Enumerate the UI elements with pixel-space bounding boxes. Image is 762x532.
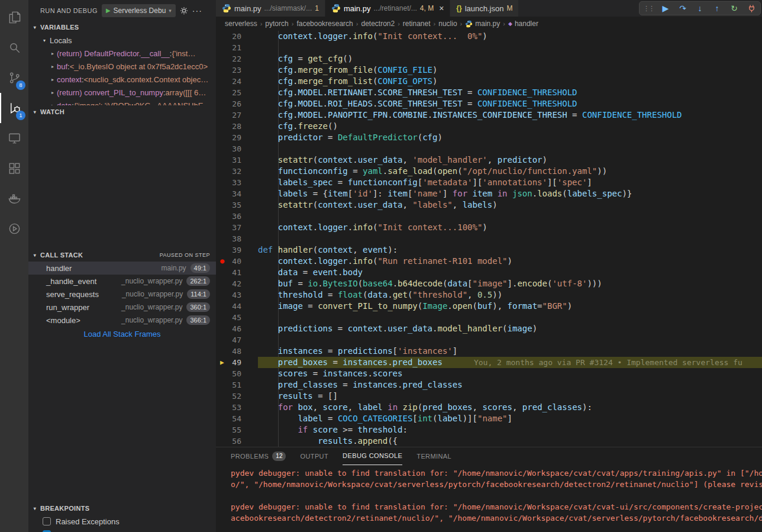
code-text[interactable]: image = convert_PIL_to_numpy(Image.open(… [258, 301, 762, 312]
gutter[interactable]: 54 [216, 413, 258, 424]
gutter[interactable]: 28 [216, 121, 258, 132]
watch-section-header[interactable]: ▾ WATCH [28, 105, 216, 118]
extensions-icon[interactable] [0, 153, 28, 183]
code-line-22[interactable]: 22 cfg = get_cfg() [216, 53, 762, 65]
call-stack-frame[interactable]: <module>_nuclio_wrapper.py366:1 [28, 314, 216, 327]
code-text[interactable]: results = [] [258, 391, 762, 402]
call-stack-section-header[interactable]: ▾ CALL STACK PAUSED ON STEP [28, 249, 216, 262]
gutter[interactable]: 25 [216, 87, 258, 98]
code-text[interactable] [258, 312, 762, 323]
code-line-28[interactable]: 28 cfg.freeze() [216, 121, 762, 132]
code-text[interactable] [258, 233, 762, 244]
code-text[interactable]: label = COCO_CATEGORIES[int(label)]["nam… [258, 413, 762, 424]
code-line-24[interactable]: 24 cfg.merge_from_list(CONFIG_OPTS) [216, 76, 762, 87]
code-text[interactable]: for box, score, label in zip(pred_boxes,… [258, 402, 762, 413]
breakpoint-row[interactable]: ✓Uncaught Exceptions [28, 528, 216, 532]
code-line-39[interactable]: 39def handler(context, event): [216, 244, 762, 256]
code-line-37[interactable]: 37 context.logger.info("Init context...1… [216, 222, 762, 233]
gutter[interactable]: ●40 [216, 256, 258, 267]
code-line-21[interactable]: 21 [216, 42, 762, 53]
gutter[interactable]: 26 [216, 98, 258, 109]
breakpoint-icon[interactable]: ● [220, 256, 224, 267]
code-line-31[interactable]: 31 setattr(context.user_data, 'model_han… [216, 154, 762, 166]
gutter[interactable]: 33 [216, 177, 258, 188]
gutter[interactable]: 23 [216, 65, 258, 76]
breadcrumb-item-retinanet[interactable]: retinanet [403, 20, 431, 28]
gutter[interactable]: 55 [216, 424, 258, 436]
gutter[interactable]: 20 [216, 31, 258, 42]
variable-row[interactable]: ▸buf: <_io.BytesIO object at 0x7f5a2dc1e… [28, 60, 216, 73]
code-text[interactable]: instances = predictions['instances'] [258, 346, 762, 357]
step-out-button[interactable]: ↑ [712, 4, 722, 13]
gutter[interactable]: 22 [216, 53, 258, 65]
code-text[interactable]: labels = {item['id']: item['name'] for i… [258, 188, 762, 199]
continue-button[interactable]: ▶ [660, 4, 671, 13]
gutter[interactable]: 47 [216, 334, 258, 346]
gutter[interactable]: 39 [216, 244, 258, 256]
variable-row[interactable]: ▸(return) DefaultPredictor.__call__: {'i… [28, 47, 216, 60]
gutter[interactable]: 34 [216, 188, 258, 199]
panel-tab-problems[interactable]: PROBLEMS12 [231, 447, 286, 465]
code-line-38[interactable]: 38 [216, 233, 762, 244]
code-line-35[interactable]: 35 setattr(context.user_data, "labels", … [216, 199, 762, 211]
gutter[interactable]: 48 [216, 346, 258, 357]
code-line-53[interactable]: 53 for box, score, label in zip(pred_box… [216, 402, 762, 413]
code-editor[interactable]: 20 context.logger.info("Init context... … [216, 31, 762, 447]
code-line-44[interactable]: 44 image = convert_PIL_to_numpy(Image.op… [216, 301, 762, 312]
code-line-52[interactable]: 52 results = [] [216, 391, 762, 402]
code-line-54[interactable]: 54 label = COCO_CATEGORIES[int(label)]["… [216, 413, 762, 424]
variable-row[interactable]: ▸context: <nuclio_sdk.context.Context ob… [28, 73, 216, 86]
breadcrumb-item-handler[interactable]: ◆handler [508, 20, 538, 28]
code-text[interactable]: threshold = float(data.get("threshold", … [258, 289, 762, 301]
gutter[interactable]: 32 [216, 166, 258, 177]
code-line-41[interactable]: 41 data = event.body [216, 267, 762, 278]
gutter[interactable]: 44 [216, 301, 258, 312]
code-text[interactable]: cfg.merge_from_list(CONFIG_OPTS) [258, 76, 762, 87]
breadcrumb-item-serverless[interactable]: serverless [225, 20, 257, 28]
disconnect-button[interactable] [746, 4, 757, 13]
code-line-46[interactable]: 46 predictions = context.user_data.model… [216, 323, 762, 334]
code-line-26[interactable]: 26 cfg.MODEL.ROI_HEADS.SCORE_THRESH_TEST… [216, 98, 762, 109]
remote-explorer-icon[interactable] [0, 123, 28, 153]
code-line-30[interactable]: 30 [216, 143, 762, 154]
gutter[interactable]: 42 [216, 278, 258, 289]
breakpoint-row[interactable]: Raised Exceptions [28, 515, 216, 528]
code-text[interactable]: cfg.freeze() [258, 121, 762, 132]
code-line-48[interactable]: 48 instances = predictions['instances'] [216, 346, 762, 357]
gutter[interactable]: 41 [216, 267, 258, 278]
variable-row[interactable]: ▸(return) convert_PIL_to_numpy: array([[… [28, 86, 216, 99]
call-stack-frame[interactable]: handlermain.py49:1 [28, 262, 216, 275]
code-text[interactable]: cfg = get_cfg() [258, 53, 762, 65]
gutter[interactable]: 31 [216, 154, 258, 166]
code-line-32[interactable]: 32 functionconfig = yaml.safe_load(open(… [216, 166, 762, 177]
breadcrumb-item-main.py[interactable]: main.py [465, 20, 500, 28]
gutter[interactable]: 52 [216, 391, 258, 402]
code-text[interactable]: cfg.MODEL.ROI_HEADS.SCORE_THRESH_TEST = … [258, 98, 762, 109]
checkbox[interactable] [43, 517, 51, 525]
code-line-56[interactable]: 56 results.append({ [216, 436, 762, 447]
code-text[interactable]: buf = io.BytesIO(base64.b64decode(data["… [258, 278, 762, 289]
code-line-20[interactable]: 20 context.logger.info("Init context... … [216, 31, 762, 42]
code-text[interactable]: results.append({ [258, 436, 762, 447]
gutter[interactable]: 21 [216, 42, 258, 53]
code-line-55[interactable]: 55 if score >= threshold: [216, 424, 762, 436]
panel-tab-output[interactable]: OUTPUT [300, 447, 328, 465]
code-line-49[interactable]: ▶49 pred_boxes = instances.pred_boxesYou… [216, 357, 762, 368]
code-text[interactable]: if score >= threshold: [258, 424, 762, 436]
close-icon[interactable]: × [439, 4, 444, 13]
code-text[interactable] [258, 42, 762, 53]
locals-scope-row[interactable]: ▾ Locals [28, 34, 216, 47]
code-line-23[interactable]: 23 cfg.merge_from_file(CONFIG_FILE) [216, 65, 762, 76]
code-text[interactable]: functionconfig = yaml.safe_load(open("/o… [258, 166, 762, 177]
source-control-icon[interactable]: 8 [0, 63, 28, 93]
call-stack-frame[interactable]: serve_requests_nuclio_wrapper.py114:1 [28, 288, 216, 301]
gutter[interactable]: 51 [216, 379, 258, 391]
gutter[interactable]: 24 [216, 76, 258, 87]
debug-config-dropdown[interactable]: ▶ Serverless Debu ▾ [102, 4, 176, 17]
gutter[interactable]: 50 [216, 368, 258, 379]
gutter[interactable]: 36 [216, 211, 258, 222]
code-text[interactable]: predictions = context.user_data.model_ha… [258, 323, 762, 334]
gear-icon[interactable] [180, 7, 188, 15]
code-line-34[interactable]: 34 labels = {item['id']: item['name'] fo… [216, 188, 762, 199]
gutter[interactable]: 29 [216, 132, 258, 143]
